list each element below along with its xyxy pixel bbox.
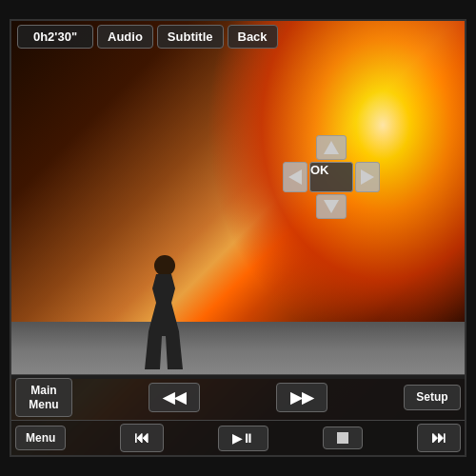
subtitle-button[interactable]: Subtitle [157,25,224,49]
menu-button[interactable]: Menu [15,426,66,450]
figure-head [154,255,175,276]
play-pause-button[interactable]: ▶⏸ [218,426,268,451]
fast-forward-button[interactable]: ▶▶ [276,383,327,412]
audio-button[interactable]: Audio [97,25,153,49]
dpad-down-button[interactable] [316,194,347,219]
dpad-right-button[interactable] [355,162,380,192]
main-menu-button[interactable]: MainMenu [15,378,72,417]
dpad-up-button[interactable] [316,135,347,160]
controls-overlay: MainMenu ◀◀ ▶▶ Setup Menu ⏮ ▶⏸ ⏭ [11,374,465,455]
dpad-left-button[interactable] [283,162,307,192]
back-button[interactable]: Back [228,25,278,49]
next-chapter-button[interactable]: ⏭ [417,424,461,452]
setup-button[interactable]: Setup [404,385,461,409]
stop-button[interactable] [323,426,363,449]
dpad-area: OK [274,135,388,240]
controls-row-2: Menu ⏮ ▶⏸ ⏭ [11,420,465,455]
dpad-ok-button[interactable]: OK [309,162,353,192]
time-display: 0h2'30" [17,25,93,49]
prev-chapter-button[interactable]: ⏮ [120,424,164,452]
player-container: 0h2'30" Audio Subtitle Back OK [10,19,466,457]
ground-layer [11,322,465,379]
top-bar: 0h2'30" Audio Subtitle Back [11,21,465,52]
controls-row-1: MainMenu ◀◀ ▶▶ Setup [11,374,465,420]
rewind-button[interactable]: ◀◀ [149,383,200,412]
